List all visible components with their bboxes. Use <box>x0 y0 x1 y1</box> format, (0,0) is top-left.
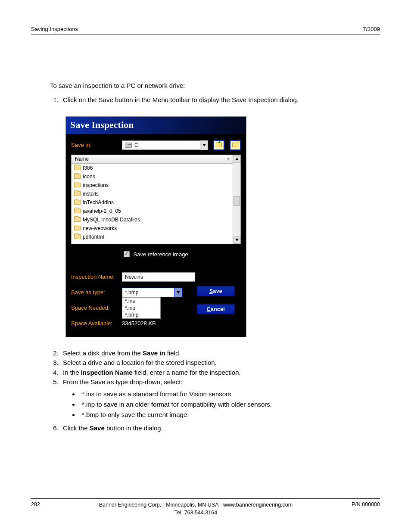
type-option[interactable]: *.inp <box>122 305 160 311</box>
list-item[interactable]: Icons <box>72 172 233 181</box>
scroll-down-button[interactable] <box>233 236 240 244</box>
save-as-type-value: *.bmp <box>122 289 174 296</box>
folder-icon <box>74 226 81 230</box>
step-2: Select a disk drive from the Save in fie… <box>60 348 380 358</box>
up-one-level-button[interactable] <box>213 140 224 150</box>
header-section: Saving Inspections <box>31 26 78 32</box>
scroll-up-button[interactable] <box>233 155 240 163</box>
type-option[interactable]: *.bmp <box>122 311 160 318</box>
type-options-popup[interactable]: *.ins *.inp *.bmp <box>122 297 161 319</box>
chevron-down-icon[interactable] <box>174 288 182 297</box>
save-reference-label: Save reference image <box>133 251 188 258</box>
space-available-label: Space Available: <box>71 320 122 327</box>
inspection-name-row: Inspection Name: <box>71 272 241 282</box>
scroll-track[interactable] <box>233 163 240 236</box>
folder-icon <box>74 165 81 170</box>
folder-icon <box>74 183 81 187</box>
type-option[interactable]: *.ins <box>122 298 160 305</box>
space-needed-label: Space Needed: <box>71 305 122 311</box>
space-available-row: Space Available: 33452028 KB <box>71 319 241 328</box>
file-list[interactable]: Name ▾ I386 Icons inspections installs I… <box>72 155 233 244</box>
page-footer: 282 Banner Engineering Corp. - Minneapol… <box>31 498 380 516</box>
list-item[interactable]: new-webworks <box>72 224 233 233</box>
folder-icon <box>74 191 81 196</box>
step-5-opt: *.ins to save as a standard format for V… <box>79 389 380 399</box>
inspection-name-input[interactable] <box>122 272 195 282</box>
vertical-scrollbar[interactable] <box>233 155 240 244</box>
folder-icon <box>74 208 81 213</box>
steps-list: Click on the Save button in the Menu too… <box>50 95 380 105</box>
header-date: 7/2009 <box>363 26 380 32</box>
save-in-label: Save in: <box>71 142 122 148</box>
step-3: Select a drive and a location for the st… <box>60 358 380 368</box>
step-5-opt: *.inp to save in an older format for com… <box>79 399 380 410</box>
drive-icon <box>125 143 132 148</box>
step-1: Click on the Save button in the Menu too… <box>60 95 380 105</box>
scroll-thumb[interactable] <box>234 196 240 206</box>
dialog-screenshot: Save Inspection Save in: C: <box>65 116 380 337</box>
new-folder-icon <box>232 143 238 147</box>
column-header-row[interactable]: Name ▾ <box>72 155 233 164</box>
folder-icon <box>74 234 81 239</box>
step-5: From the Save as type drop-down, select:… <box>60 377 380 420</box>
footer-center: Banner Engineering Corp. - Minneapolis, … <box>49 501 343 516</box>
inspection-name-label: Inspection Name: <box>71 274 122 280</box>
folder-icon <box>74 174 81 179</box>
list-item[interactable]: pdftohtml <box>72 233 233 241</box>
list-item[interactable]: MySQL InnoDB Datafiles <box>72 215 233 224</box>
list-item[interactable]: I386 <box>72 164 233 172</box>
save-inspection-dialog: Save Inspection Save in: C: <box>65 116 246 337</box>
save-in-dropdown[interactable]: C: <box>122 140 208 150</box>
list-item[interactable]: inspections <box>72 181 233 190</box>
step-4: In the Inspection Name field, enter a na… <box>60 368 380 378</box>
space-available-value: 33452028 KB <box>122 320 156 327</box>
footer-pn: P/N 000000 <box>352 501 380 516</box>
folder-icon <box>74 217 81 222</box>
step-6: Click the Save button in the dialog. <box>60 423 380 433</box>
folder-items: I386 Icons inspections installs InTechAd… <box>72 164 233 241</box>
chevron-down-icon[interactable] <box>200 140 208 150</box>
name-column-header[interactable]: Name <box>72 156 226 162</box>
save-in-row: Save in: C: <box>71 140 241 150</box>
save-as-type-label: Save as type: <box>71 289 122 296</box>
list-item[interactable]: installs <box>72 190 233 198</box>
save-as-type-dropdown[interactable]: *.bmp <box>122 288 182 297</box>
dialog-buttons: Save Cancel <box>197 286 235 314</box>
step-5-opt: *.bmp to only save the current image. <box>79 410 380 420</box>
steps-list-cont: Select a disk drive from the Save in fie… <box>50 348 380 433</box>
folder-up-icon <box>216 143 222 147</box>
save-reference-checkbox[interactable] <box>124 251 130 257</box>
save-button[interactable]: Save <box>197 286 235 296</box>
step-5-options: *.ins to save as a standard format for V… <box>73 389 380 420</box>
list-item[interactable]: javahelp-2_0_05 <box>72 207 233 215</box>
sort-indicator-icon: ▾ <box>226 156 231 162</box>
save-reference-row: Save reference image <box>71 251 241 258</box>
folder-icon <box>74 200 81 205</box>
new-folder-button[interactable] <box>230 140 241 150</box>
page-number: 282 <box>31 501 40 516</box>
list-item[interactable]: InTechAddins <box>72 198 233 207</box>
intro-text: To save an inspection to a PC or network… <box>50 82 380 89</box>
dialog-title: Save Inspection <box>66 117 246 134</box>
file-browser-panel: Name ▾ I386 Icons inspections installs I… <box>71 155 241 244</box>
page-header: Saving Inspections 7/2009 <box>31 26 380 34</box>
save-in-value: C: <box>134 142 200 148</box>
cancel-button[interactable]: Cancel <box>197 304 235 314</box>
